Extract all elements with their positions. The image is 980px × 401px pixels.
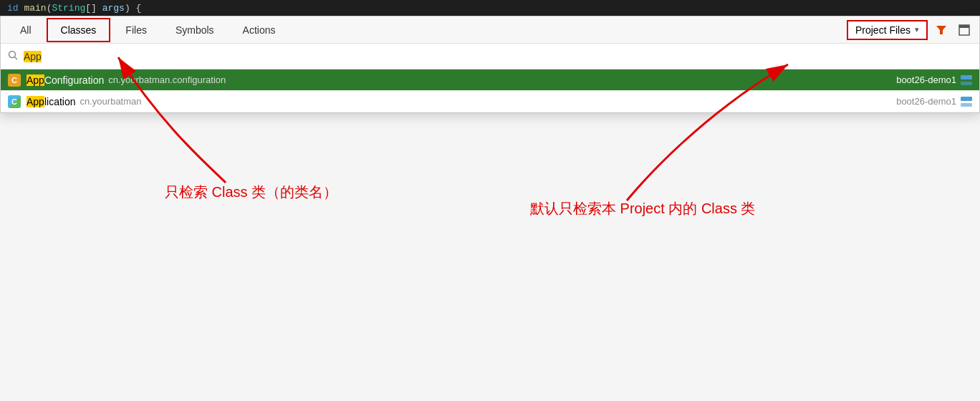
- class-package-1: cn.yourbatman.configuration: [108, 74, 226, 85]
- expand-svg: [959, 24, 970, 36]
- module-icon-top-2: [961, 97, 972, 101]
- module-1: boot26-demo1: [896, 74, 972, 85]
- code-param: args: [102, 3, 125, 14]
- svg-rect-2: [959, 25, 969, 28]
- result-row-2[interactable]: C Application cn.yourbatman boot26-demo1: [1, 91, 979, 112]
- module-label-1: boot26-demo1: [896, 74, 956, 85]
- tab-symbols[interactable]: Symbols: [162, 19, 228, 42]
- module-2: boot26-demo1: [896, 96, 972, 107]
- class-name-1: AppConfiguration: [27, 74, 104, 86]
- class-name-2: Application: [27, 96, 76, 107]
- module-icon-1: [961, 75, 972, 85]
- chevron-down-icon: ▾: [915, 25, 919, 34]
- project-files-label: Project Files: [855, 24, 911, 36]
- tab-actions[interactable]: Actions: [229, 19, 289, 42]
- tab-files[interactable]: Files: [112, 19, 160, 42]
- code-type: String: [52, 3, 85, 14]
- class-name-highlight-1: App: [27, 74, 44, 86]
- code-strip: id main ( String [] args ) {: [0, 0, 980, 16]
- class-package-2: cn.yourbatman: [80, 96, 142, 107]
- filter-icon[interactable]: [932, 21, 951, 39]
- project-files-dropdown[interactable]: Project Files ▾: [847, 20, 928, 40]
- search-highlight: App: [24, 51, 42, 62]
- module-icon-2: [961, 97, 972, 107]
- tab-all[interactable]: All: [6, 19, 45, 42]
- class-icon-2: C: [8, 95, 21, 108]
- module-label-2: boot26-demo1: [896, 96, 956, 107]
- tab-bar: All Classes Files Symbols Actions Projec…: [1, 16, 979, 44]
- code-method: main: [24, 3, 46, 14]
- tab-bar-left: All Classes Files Symbols Actions: [6, 18, 847, 42]
- results-list: C AppConfiguration cn.yourbatman.configu…: [1, 69, 979, 112]
- code-keyword: id: [7, 3, 24, 14]
- annotation-text-1: 只检索 Class 类（的类名）: [165, 183, 337, 202]
- expand-icon[interactable]: [955, 21, 974, 39]
- tab-classes[interactable]: Classes: [47, 18, 111, 42]
- search-panel: All Classes Files Symbols Actions Projec…: [0, 16, 980, 113]
- code-paren: (: [47, 3, 52, 14]
- class-name-highlight-2: App: [27, 96, 44, 107]
- module-icon-bottom: [961, 82, 972, 85]
- filter-svg: [936, 24, 947, 36]
- svg-marker-0: [936, 26, 946, 34]
- search-input-display[interactable]: App: [24, 51, 972, 62]
- search-icon: [8, 50, 18, 62]
- class-icon-1: C: [8, 74, 21, 87]
- code-paren2: ) {: [125, 3, 141, 14]
- svg-line-4: [15, 57, 18, 60]
- result-row-1[interactable]: C AppConfiguration cn.yourbatman.configu…: [1, 69, 979, 91]
- search-row: App: [1, 44, 979, 69]
- annotation-text-2: 默认只检索本 Project 内的 Class 类: [530, 199, 755, 218]
- svg-point-3: [9, 52, 16, 58]
- code-bracket: []: [85, 3, 102, 14]
- module-icon-top: [961, 75, 972, 79]
- tab-bar-right: Project Files ▾: [847, 20, 974, 40]
- module-icon-bottom-2: [961, 103, 972, 107]
